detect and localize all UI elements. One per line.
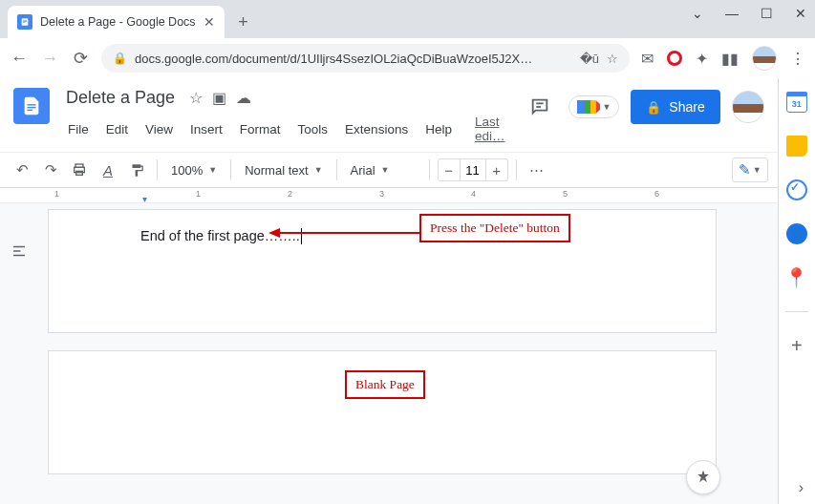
docs-favicon bbox=[17, 14, 32, 30]
annotation-arrow bbox=[268, 226, 421, 240]
page-list: End of the first page…….. Press the "Del… bbox=[48, 203, 717, 504]
print-button[interactable] bbox=[67, 158, 92, 182]
docs-header: Delete a Page ☆ ▣ ☁ File Edit View Inser… bbox=[0, 78, 778, 146]
decrease-font-button[interactable]: − bbox=[439, 159, 460, 180]
annotation-delete-hint: Press the "Delete" button bbox=[419, 214, 570, 242]
outline-toggle-icon[interactable] bbox=[6, 238, 32, 264]
ruler-mark: 6 bbox=[654, 189, 659, 199]
page-2[interactable]: Blank Page bbox=[48, 350, 717, 474]
paint-format-button[interactable] bbox=[124, 158, 149, 182]
increase-font-button[interactable]: + bbox=[486, 159, 507, 180]
toolbar-extensions: ✉ ✦ ▮▮ ⋮ bbox=[641, 46, 805, 71]
ruler-mark: 1 bbox=[54, 189, 59, 199]
style-select[interactable]: Normal text▼ bbox=[239, 163, 328, 178]
browser-menu-icon[interactable]: ⋮ bbox=[790, 50, 805, 68]
ruler-mark: 4 bbox=[471, 189, 476, 199]
explore-button[interactable] bbox=[686, 460, 720, 494]
meet-button[interactable]: ▼ bbox=[568, 95, 619, 118]
undo-button[interactable]: ↶ bbox=[10, 158, 34, 182]
calendar-icon[interactable]: 31 bbox=[786, 92, 807, 113]
last-edit-link[interactable]: Last edi… bbox=[468, 112, 512, 146]
svg-rect-0 bbox=[22, 18, 29, 26]
lock-icon: 🔒 bbox=[113, 52, 127, 65]
menu-insert[interactable]: Insert bbox=[183, 119, 229, 139]
profile-avatar[interactable] bbox=[752, 46, 777, 71]
reading-list-icon[interactable]: ▮▮ bbox=[721, 50, 739, 68]
font-select[interactable]: Arial▼ bbox=[345, 163, 421, 178]
editing-mode-select[interactable]: ✎ ▼ bbox=[732, 158, 768, 182]
cloud-status-icon[interactable]: ☁ bbox=[236, 89, 251, 107]
tab-close-icon[interactable]: ✕ bbox=[204, 14, 215, 30]
side-panel: 31 👤 📍 + › bbox=[778, 78, 815, 504]
share-button[interactable]: 🔒 Share bbox=[631, 90, 719, 124]
docs-logo[interactable] bbox=[13, 88, 50, 124]
contacts-icon[interactable]: 👤 bbox=[786, 223, 807, 244]
menu-help[interactable]: Help bbox=[418, 119, 459, 139]
keep-icon[interactable] bbox=[786, 136, 807, 157]
url-text: docs.google.com/document/d/1UIljrs4SsezI… bbox=[135, 52, 572, 66]
document-canvas[interactable]: End of the first page…….. Press the "Del… bbox=[0, 203, 778, 504]
menu-edit[interactable]: Edit bbox=[99, 119, 135, 139]
comment-history-icon[interactable] bbox=[523, 90, 557, 124]
account-avatar[interactable] bbox=[732, 91, 764, 123]
tab-strip: Delete a Page - Google Docs ✕ + ⌄ ― ☐ ✕ bbox=[0, 0, 815, 38]
forward-button[interactable]: → bbox=[40, 49, 59, 69]
font-size-control: − + bbox=[438, 158, 508, 181]
menu-extensions[interactable]: Extensions bbox=[338, 119, 415, 139]
close-window-icon[interactable]: ✕ bbox=[792, 6, 809, 21]
font-size-input[interactable] bbox=[460, 159, 486, 180]
star-icon[interactable]: ☆ bbox=[189, 89, 203, 107]
svg-marker-16 bbox=[268, 228, 280, 238]
ruler-mark: 2 bbox=[288, 189, 292, 199]
browser-chrome: Delete a Page - Google Docs ✕ + ⌄ ― ☐ ✕ … bbox=[0, 0, 815, 78]
document-title[interactable]: Delete a Page bbox=[61, 86, 180, 110]
side-separator bbox=[785, 311, 808, 312]
docs-app: Delete a Page ☆ ▣ ☁ File Edit View Inser… bbox=[0, 78, 815, 504]
new-tab-button[interactable]: + bbox=[230, 9, 257, 35]
bookmark-icon[interactable]: ☆ bbox=[607, 52, 618, 66]
redo-button[interactable]: ↷ bbox=[38, 158, 63, 182]
ruler-mark: 5 bbox=[563, 189, 568, 199]
svg-rect-6 bbox=[27, 110, 32, 111]
menu-bar: File Edit View Insert Format Tools Exten… bbox=[61, 112, 511, 146]
header-actions: ▼ 🔒 Share bbox=[523, 86, 763, 124]
svg-rect-1 bbox=[23, 20, 27, 21]
annotation-blank-page: Blank Page bbox=[345, 370, 425, 399]
menu-tools[interactable]: Tools bbox=[291, 119, 335, 139]
format-toolbar: ↶ ↷ A 100%▼ Normal text▼ Arial▼ − bbox=[0, 152, 778, 188]
zoom-select[interactable]: 100%▼ bbox=[165, 163, 223, 178]
install-icon[interactable]: �ū bbox=[580, 52, 599, 66]
menu-format[interactable]: Format bbox=[233, 119, 288, 139]
extensions-icon[interactable]: ✦ bbox=[696, 50, 708, 68]
minimize-icon[interactable]: ― bbox=[723, 6, 740, 21]
indent-marker[interactable]: ▾ bbox=[142, 194, 147, 203]
lock-icon: 🔒 bbox=[646, 100, 661, 115]
dropdown-icon[interactable]: ⌄ bbox=[689, 6, 706, 21]
address-bar: ← → ⟳ 🔒 docs.google.com/document/d/1UIlj… bbox=[0, 38, 815, 78]
browser-tab[interactable]: Delete a Page - Google Docs ✕ bbox=[8, 6, 225, 38]
docs-main: Delete a Page ☆ ▣ ☁ File Edit View Inser… bbox=[0, 78, 778, 504]
more-tools-button[interactable]: ⋯ bbox=[525, 158, 549, 182]
move-icon[interactable]: ▣ bbox=[212, 89, 226, 107]
ruler-mark: 3 bbox=[379, 189, 384, 199]
maximize-icon[interactable]: ☐ bbox=[758, 6, 775, 21]
add-on-button[interactable]: + bbox=[791, 335, 803, 357]
menu-file[interactable]: File bbox=[61, 119, 96, 139]
reload-button[interactable]: ⟳ bbox=[71, 48, 90, 69]
ruler[interactable]: 1 ▾ 1 2 3 4 5 6 bbox=[0, 188, 778, 203]
tab-title: Delete a Page - Google Docs bbox=[40, 15, 196, 29]
svg-rect-2 bbox=[23, 21, 27, 22]
page-1[interactable]: End of the first page…….. Press the "Del… bbox=[48, 209, 717, 333]
collapse-panel-icon[interactable]: › bbox=[799, 479, 804, 496]
maps-icon[interactable]: 📍 bbox=[786, 267, 807, 288]
opera-extension-icon[interactable] bbox=[667, 51, 682, 66]
pencil-icon: ✎ bbox=[739, 161, 751, 178]
tasks-icon[interactable] bbox=[786, 179, 807, 200]
menu-view[interactable]: View bbox=[139, 119, 180, 139]
url-field[interactable]: 🔒 docs.google.com/document/d/1UIljrs4Sse… bbox=[101, 44, 630, 73]
spellcheck-button[interactable]: A bbox=[96, 158, 120, 182]
window-controls: ⌄ ― ☐ ✕ bbox=[689, 6, 809, 21]
back-button[interactable]: ← bbox=[10, 49, 29, 69]
mail-icon[interactable]: ✉ bbox=[641, 50, 654, 68]
share-label: Share bbox=[669, 99, 704, 115]
